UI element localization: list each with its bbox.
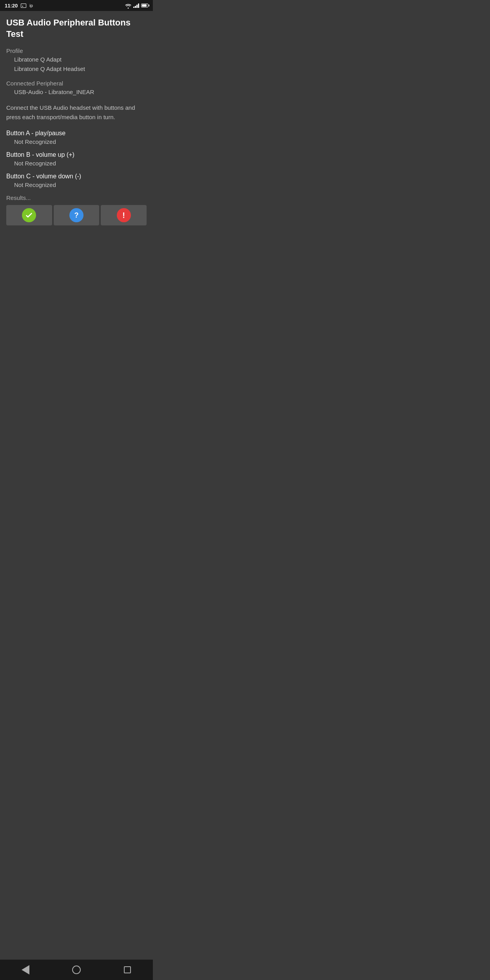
action-buttons-row: ? ! xyxy=(6,205,147,225)
status-bar-left: 11:20 ip xyxy=(5,3,33,9)
results-label: Results... xyxy=(6,194,147,201)
ip-label: ip xyxy=(29,3,33,8)
button-b-label: Button B - volume up (+) xyxy=(6,151,147,158)
button-c-status: Not Recognized xyxy=(6,181,147,188)
profile-item-1: Libratone Q Adapt xyxy=(6,55,147,64)
connected-peripheral-value: USB-Audio - Libratone_INEAR xyxy=(6,87,147,97)
instruction-text: Connect the USB Audio headset with butto… xyxy=(6,103,147,122)
unknown-icon: ? xyxy=(69,208,83,222)
unknown-button[interactable]: ? xyxy=(54,205,100,225)
button-a-section: Button A - play/pause Not Recognized xyxy=(6,130,147,145)
connected-peripheral-label: Connected Peripheral xyxy=(6,80,147,87)
button-b-status: Not Recognized xyxy=(6,160,147,167)
button-b-section: Button B - volume up (+) Not Recognized xyxy=(6,151,147,167)
button-c-label: Button C - volume down (-) xyxy=(6,173,147,180)
page-title: USB Audio Peripheral Buttons Test xyxy=(6,17,147,40)
status-bar-right xyxy=(125,3,148,8)
button-a-status: Not Recognized xyxy=(6,138,147,145)
profile-label: Profile xyxy=(6,47,147,54)
pass-button[interactable] xyxy=(6,205,52,225)
main-content: USB Audio Peripheral Buttons Test Profil… xyxy=(0,11,153,253)
signal-icon xyxy=(133,3,139,8)
button-a-label: Button A - play/pause xyxy=(6,130,147,137)
profile-item-2: Libratone Q Adapt Headset xyxy=(6,64,147,74)
profile-section: Profile Libratone Q Adapt Libratone Q Ad… xyxy=(6,47,147,74)
status-time: 11:20 xyxy=(5,3,18,9)
connected-peripheral-section: Connected Peripheral USB-Audio - Librato… xyxy=(6,80,147,97)
fail-button[interactable]: ! xyxy=(101,205,147,225)
button-c-section: Button C - volume down (-) Not Recognize… xyxy=(6,173,147,188)
pass-icon xyxy=(22,208,36,222)
battery-fill xyxy=(142,4,147,7)
wifi-icon xyxy=(125,3,131,8)
image-icon xyxy=(21,4,26,8)
status-bar: 11:20 ip xyxy=(0,0,153,11)
fail-icon: ! xyxy=(117,208,131,222)
battery-icon xyxy=(141,4,148,7)
